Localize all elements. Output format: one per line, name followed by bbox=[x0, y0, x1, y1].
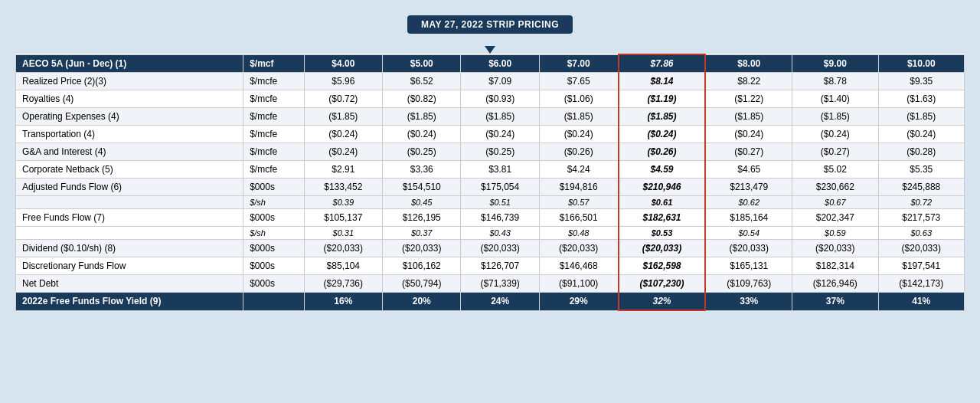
row-value: $8.78 bbox=[792, 73, 878, 90]
row-value: $185,164 bbox=[705, 209, 792, 227]
row-value: $4.59 bbox=[619, 161, 706, 179]
header-col9: $9.00 bbox=[792, 54, 878, 73]
row-label: Net Debt bbox=[16, 275, 243, 293]
row-value: $7.65 bbox=[539, 73, 618, 90]
row-label: 2022e Free Funds Flow Yield (9) bbox=[16, 293, 243, 311]
row-value: ($50,794) bbox=[383, 275, 461, 293]
subrow-value: $0.57 bbox=[539, 196, 618, 209]
subrow-unit: $/sh bbox=[243, 196, 304, 209]
row-value: $6.52 bbox=[383, 73, 461, 90]
subrow-value: $0.53 bbox=[619, 227, 706, 240]
row-label: Adjusted Funds Flow (6) bbox=[16, 179, 243, 196]
table-row: Net Debt$000s($29,736)($50,794)($71,339)… bbox=[16, 275, 965, 293]
subrow-value: $0.51 bbox=[461, 196, 539, 209]
row-label: Operating Expenses (4) bbox=[16, 108, 243, 126]
row-value: $126,195 bbox=[383, 209, 461, 227]
row-value: ($107,230) bbox=[619, 275, 706, 293]
row-value: ($0.24) bbox=[461, 126, 539, 143]
row-value: ($0.24) bbox=[705, 126, 792, 143]
row-value: ($0.72) bbox=[304, 90, 382, 108]
header-col8: $8.00 bbox=[705, 54, 792, 73]
row-value: ($0.24) bbox=[304, 143, 382, 161]
row-value: ($0.26) bbox=[619, 143, 706, 161]
row-value: $85,104 bbox=[304, 257, 382, 275]
table-body: Realized Price (2)(3)$/mcfe$5.96$6.52$7.… bbox=[16, 73, 965, 311]
row-value: ($20,033) bbox=[383, 240, 461, 257]
subrow-value: $0.48 bbox=[539, 227, 618, 240]
row-value: $126,707 bbox=[461, 257, 539, 275]
row-unit: $/mcfe bbox=[243, 126, 304, 143]
row-value: 33% bbox=[705, 293, 792, 311]
row-value: ($0.24) bbox=[878, 126, 965, 143]
row-value: $182,631 bbox=[619, 209, 706, 227]
header-col6: $7.00 bbox=[539, 54, 618, 73]
row-value: $202,347 bbox=[792, 209, 878, 227]
row-value: ($0.27) bbox=[705, 143, 792, 161]
financial-table: AECO 5A (Jun - Dec) (1) $/mcf $4.00 $5.0… bbox=[15, 54, 965, 311]
table-subrow: $/sh$0.39$0.45$0.51$0.57$0.61$0.62$0.67$… bbox=[16, 196, 965, 209]
header-col1: AECO 5A (Jun - Dec) (1) bbox=[16, 54, 243, 73]
row-label: Dividend ($0.10/sh) (8) bbox=[16, 240, 243, 257]
table-row: Dividend ($0.10/sh) (8)$000s($20,033)($2… bbox=[16, 240, 965, 257]
row-value: ($0.26) bbox=[539, 143, 618, 161]
row-value: ($0.82) bbox=[383, 90, 461, 108]
subrow-unit: $/sh bbox=[243, 227, 304, 240]
row-value: $162,598 bbox=[619, 257, 706, 275]
row-value: ($1.85) bbox=[705, 108, 792, 126]
row-value: ($1.85) bbox=[619, 108, 706, 126]
row-value: ($20,033) bbox=[619, 240, 706, 257]
table-row: Realized Price (2)(3)$/mcfe$5.96$6.52$7.… bbox=[16, 73, 965, 90]
row-label: Free Funds Flow (7) bbox=[16, 209, 243, 227]
row-value: $210,946 bbox=[619, 179, 706, 196]
subrow-value: $0.61 bbox=[619, 196, 706, 209]
table-row: Corporate Netback (5)$/mcfe$2.91$3.36$3.… bbox=[16, 161, 965, 179]
table-row: Royalties (4)$/mcfe($0.72)($0.82)($0.93)… bbox=[16, 90, 965, 108]
row-unit bbox=[243, 293, 304, 311]
row-label: Corporate Netback (5) bbox=[16, 161, 243, 179]
table-row: G&A and Interest (4)$/mcfe($0.24)($0.25)… bbox=[16, 143, 965, 161]
subrow-value: $0.45 bbox=[383, 196, 461, 209]
subrow-value: $0.67 bbox=[792, 196, 878, 209]
subrow-value: $0.62 bbox=[705, 196, 792, 209]
subrow-value: $0.72 bbox=[878, 196, 965, 209]
row-value: ($1.19) bbox=[619, 90, 706, 108]
row-value: $8.14 bbox=[619, 73, 706, 90]
row-value: ($71,339) bbox=[461, 275, 539, 293]
subrow-value: $0.59 bbox=[792, 227, 878, 240]
strip-arrow-group: MAY 27, 2022 STRIP PRICING bbox=[407, 15, 573, 44]
row-value: $146,739 bbox=[461, 209, 539, 227]
row-label: Discretionary Funds Flow bbox=[16, 257, 243, 275]
row-value: $5.02 bbox=[792, 161, 878, 179]
row-value: $2.91 bbox=[304, 161, 382, 179]
row-value: $245,888 bbox=[878, 179, 965, 196]
row-value: ($1.85) bbox=[878, 108, 965, 126]
row-value: $7.09 bbox=[461, 73, 539, 90]
table-row: Adjusted Funds Flow (6)$000s$133,452$154… bbox=[16, 179, 965, 196]
row-value: ($1.85) bbox=[539, 108, 618, 126]
row-value: $9.35 bbox=[878, 73, 965, 90]
row-value: $197,541 bbox=[878, 257, 965, 275]
header-col10: $10.00 bbox=[878, 54, 965, 73]
row-unit: $000s bbox=[243, 209, 304, 227]
row-value: ($0.24) bbox=[792, 126, 878, 143]
row-value: 37% bbox=[792, 293, 878, 311]
row-value: ($0.25) bbox=[383, 143, 461, 161]
row-value: $3.81 bbox=[461, 161, 539, 179]
row-label: Royalties (4) bbox=[16, 90, 243, 108]
row-value: ($0.24) bbox=[539, 126, 618, 143]
row-unit: $/mcfe bbox=[243, 108, 304, 126]
row-value: ($20,033) bbox=[461, 240, 539, 257]
row-value: $105,137 bbox=[304, 209, 382, 227]
header-col2: $/mcf bbox=[243, 54, 304, 73]
row-value: ($142,173) bbox=[878, 275, 965, 293]
table-row: Discretionary Funds Flow$000s$85,104$106… bbox=[16, 257, 965, 275]
row-value: ($20,033) bbox=[539, 240, 618, 257]
row-value: $217,573 bbox=[878, 209, 965, 227]
row-unit: $/mcfe bbox=[243, 73, 304, 90]
row-value: ($0.28) bbox=[878, 143, 965, 161]
row-value: $165,131 bbox=[705, 257, 792, 275]
row-value: 16% bbox=[304, 293, 382, 311]
row-value: $106,162 bbox=[383, 257, 461, 275]
row-value: $213,479 bbox=[705, 179, 792, 196]
row-value: ($1.85) bbox=[304, 108, 382, 126]
